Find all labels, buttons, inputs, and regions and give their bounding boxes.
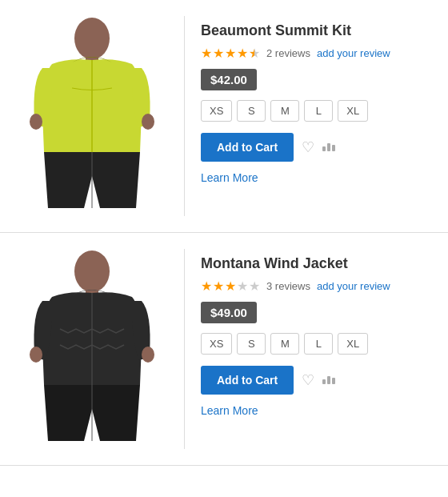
product-image-container (0, 16, 184, 216)
bar1 (322, 146, 326, 151)
product-image-svg (28, 16, 156, 216)
svg-point-10 (30, 347, 42, 363)
svg-point-0 (74, 18, 110, 59)
star-full: ★ (237, 46, 248, 61)
svg-point-4 (30, 114, 42, 130)
size-options: XSSMLXL (201, 333, 432, 355)
wishlist-icon[interactable]: ♡ (302, 138, 314, 156)
product-item-2: Montana Wind Jacket ★★★★★ 3 reviews add … (0, 233, 448, 466)
size-button-s[interactable]: S (237, 100, 266, 122)
size-button-m[interactable]: M (270, 333, 299, 355)
svg-point-5 (142, 114, 154, 130)
product-image-container (0, 249, 184, 449)
price-box: $42.00 (201, 69, 257, 90)
action-row: Add to Cart ♡ (201, 133, 432, 162)
product-title: Montana Wind Jacket (201, 255, 432, 272)
size-button-xl[interactable]: XL (338, 100, 368, 122)
star-full: ★ (213, 279, 224, 294)
learn-more-link[interactable]: Learn More (201, 171, 258, 184)
star-full: ★ (213, 46, 224, 61)
size-button-l[interactable]: L (304, 333, 333, 355)
bar3 (332, 378, 335, 384)
product-item-1: Beaumont Summit Kit ★★★★★★ 2 reviews add… (0, 0, 448, 233)
rating-row: ★★★★★ 3 reviews add your review (201, 279, 432, 294)
review-count: 3 reviews (266, 280, 310, 292)
star-half: ★★ (249, 46, 260, 61)
review-count: 2 reviews (266, 47, 310, 59)
bar2 (327, 376, 330, 384)
wishlist-icon[interactable]: ♡ (302, 371, 314, 389)
size-options: XSSMLXL (201, 100, 432, 122)
add-review-link[interactable]: add your review (317, 280, 390, 292)
product-list: Beaumont Summit Kit ★★★★★★ 2 reviews add… (0, 0, 448, 466)
star-full: ★ (201, 279, 212, 294)
star-empty: ★ (249, 279, 260, 294)
add-to-cart-button[interactable]: Add to Cart (201, 366, 294, 395)
star-rating: ★★★★★ (201, 279, 260, 294)
compare-icon[interactable] (322, 376, 335, 384)
svg-point-6 (74, 251, 110, 292)
star-full: ★ (225, 46, 236, 61)
star-empty: ★ (237, 279, 248, 294)
product-image-svg (28, 249, 156, 449)
action-row: Add to Cart ♡ (201, 366, 432, 395)
size-button-xs[interactable]: XS (201, 333, 232, 355)
product-details: Montana Wind Jacket ★★★★★ 3 reviews add … (184, 249, 440, 449)
price-box: $49.00 (201, 302, 257, 323)
size-button-s[interactable]: S (237, 333, 266, 355)
star-rating: ★★★★★★ (201, 46, 260, 61)
product-details: Beaumont Summit Kit ★★★★★★ 2 reviews add… (184, 16, 440, 216)
size-button-l[interactable]: L (304, 100, 333, 122)
bar1 (322, 379, 326, 384)
size-button-xl[interactable]: XL (338, 333, 368, 355)
size-button-xs[interactable]: XS (201, 100, 232, 122)
compare-icon[interactable] (322, 143, 335, 151)
svg-point-11 (142, 347, 154, 363)
star-full: ★ (201, 46, 212, 61)
size-button-m[interactable]: M (270, 100, 299, 122)
add-review-link[interactable]: add your review (317, 47, 390, 59)
bar2 (327, 143, 330, 151)
star-full: ★ (225, 279, 236, 294)
rating-row: ★★★★★★ 2 reviews add your review (201, 46, 432, 61)
add-to-cart-button[interactable]: Add to Cart (201, 133, 294, 162)
learn-more-link[interactable]: Learn More (201, 404, 258, 417)
bar3 (332, 145, 335, 151)
product-title: Beaumont Summit Kit (201, 22, 432, 39)
